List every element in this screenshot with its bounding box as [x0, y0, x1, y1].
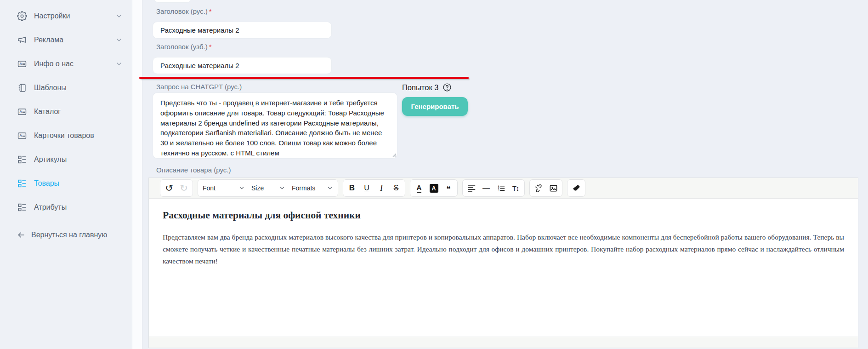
chevron-down-icon: [115, 36, 123, 44]
grid-list-icon: [17, 202, 28, 213]
ordered-list-icon[interactable]: 123: [494, 181, 507, 195]
product-description-paragraph: Представляем вам два бренда расходных ма…: [163, 231, 844, 267]
sidebar-item-label: Настройки: [34, 12, 70, 20]
arrow-left-icon: [17, 230, 26, 240]
chatgpt-prompt-label: Запрос на CHATGPT (рус.): [156, 83, 242, 91]
id-card-icon: A: [17, 130, 28, 141]
title-uz-label: Заголовок (узб.)*: [156, 43, 212, 51]
sidebar-item-label: Атрибуты: [34, 203, 67, 212]
size-dropdown[interactable]: Size: [249, 181, 288, 195]
editor-toolbar: ↺ ↻ Font Size Formats B U: [149, 178, 858, 199]
insert-group: [529, 179, 562, 197]
clear-group: [567, 179, 585, 197]
description-label: Описание товара (рус.): [156, 166, 231, 174]
title-uz-input[interactable]: [153, 57, 332, 74]
rich-text-editor: ↺ ↻ Font Size Formats B U: [148, 177, 858, 348]
chevron-down-icon: [115, 60, 123, 68]
sidebar-item-settings[interactable]: Настройки: [0, 4, 132, 28]
sidebar-item-label: Артикулы: [34, 155, 67, 164]
chevron-down-icon: [279, 185, 285, 191]
megaphone-icon: [17, 34, 28, 46]
horizontal-rule-icon[interactable]: —: [480, 181, 493, 195]
sidebar-item-label: Каталог: [34, 108, 61, 116]
editor-statusbar: [149, 337, 858, 348]
align-icon[interactable]: [465, 181, 478, 195]
paragraph-group: — 123 T↕: [462, 179, 525, 197]
blockquote-icon[interactable]: ❝: [442, 181, 455, 195]
svg-text:3: 3: [498, 189, 499, 192]
sidebar-item-about-us[interactable]: A Инфо о нас: [0, 52, 132, 76]
text-style-group: B U I S: [343, 179, 405, 197]
italic-button[interactable]: I: [375, 181, 388, 195]
sidebar-item-label: Шаблоны: [34, 84, 67, 92]
grid-list-icon: [17, 178, 28, 189]
required-asterisk: *: [209, 43, 212, 51]
back-link-label: Вернуться на главную: [31, 231, 107, 239]
generate-button[interactable]: Генерировать: [402, 97, 468, 116]
strikethrough-button[interactable]: S: [390, 181, 403, 195]
scrollbar-track[interactable]: [132, 0, 142, 349]
sidebar-item-label: Товары: [34, 179, 59, 188]
grid-list-icon: [17, 154, 28, 165]
history-group: ↺ ↻: [160, 179, 193, 197]
chevron-down-icon: [115, 12, 123, 20]
text-color-button[interactable]: A: [413, 181, 425, 195]
sidebar-item-templates[interactable]: Шаблоны: [0, 76, 132, 100]
formats-dropdown[interactable]: Formats: [289, 181, 335, 195]
sidebar-item-label: Инфо о нас: [34, 60, 74, 68]
sidebar-item-advertising[interactable]: Реклама: [0, 28, 132, 52]
cropped-field-above[interactable]: [154, 0, 192, 3]
typography-group: Font Size Formats: [198, 179, 338, 197]
font-dropdown[interactable]: Font: [200, 181, 247, 195]
sidebar-item-catalog[interactable]: A Каталог: [0, 100, 132, 124]
sidebar-item-label: Реклама: [34, 36, 63, 44]
sidebar: Настройки Реклама A Инфо о нас Шаблоны A: [0, 0, 132, 349]
notebook-icon: [17, 82, 28, 93]
product-description-heading: Расходные материалы для офисной техники: [163, 210, 844, 221]
title-ru-label: Заголовок (рус.)*: [156, 7, 212, 15]
redo-icon[interactable]: ↻: [177, 181, 190, 195]
image-icon[interactable]: [547, 181, 560, 195]
line-height-icon[interactable]: T↕: [509, 181, 522, 195]
gear-icon: [17, 11, 28, 22]
svg-text:A: A: [20, 133, 23, 137]
sidebar-item-products[interactable]: Товары: [0, 172, 132, 195]
required-asterisk: *: [209, 7, 212, 15]
sidebar-item-label: Карточки товаров: [34, 132, 94, 140]
sidebar-item-attributes[interactable]: Атрибуты: [0, 195, 132, 219]
red-divider-line: [139, 77, 469, 79]
title-ru-input[interactable]: [153, 22, 332, 39]
back-to-main-link[interactable]: Вернуться на главную: [0, 226, 132, 244]
main-content: Заголовок (рус.)* Заголовок (узб.)* Запр…: [142, 0, 868, 349]
id-card-icon: A: [17, 58, 28, 69]
bold-button[interactable]: B: [346, 181, 358, 195]
chevron-down-icon: [238, 185, 245, 191]
undo-icon[interactable]: ↺: [163, 181, 176, 195]
id-card-icon: A: [17, 106, 28, 117]
help-question-icon[interactable]: [443, 83, 452, 92]
eraser-icon[interactable]: [570, 181, 583, 195]
link-icon[interactable]: [532, 181, 545, 195]
attempts-counter: Попыток 3: [402, 83, 452, 92]
chevron-down-icon: [327, 185, 333, 191]
sidebar-item-articles[interactable]: Артикулы: [0, 148, 132, 172]
svg-text:A: A: [20, 109, 23, 114]
color-quote-group: A A ❝: [410, 179, 458, 197]
chatgpt-prompt-textarea[interactable]: Представь что ты - продавец в интернет-м…: [153, 92, 397, 159]
editor-content-area[interactable]: Расходные материалы для офисной техники …: [149, 199, 858, 337]
underline-button[interactable]: U: [360, 181, 373, 195]
background-color-button[interactable]: A: [427, 181, 440, 195]
svg-text:A: A: [20, 62, 23, 66]
sidebar-item-product-cards[interactable]: A Карточки товаров: [0, 124, 132, 148]
attempts-label: Попыток 3: [402, 83, 438, 92]
